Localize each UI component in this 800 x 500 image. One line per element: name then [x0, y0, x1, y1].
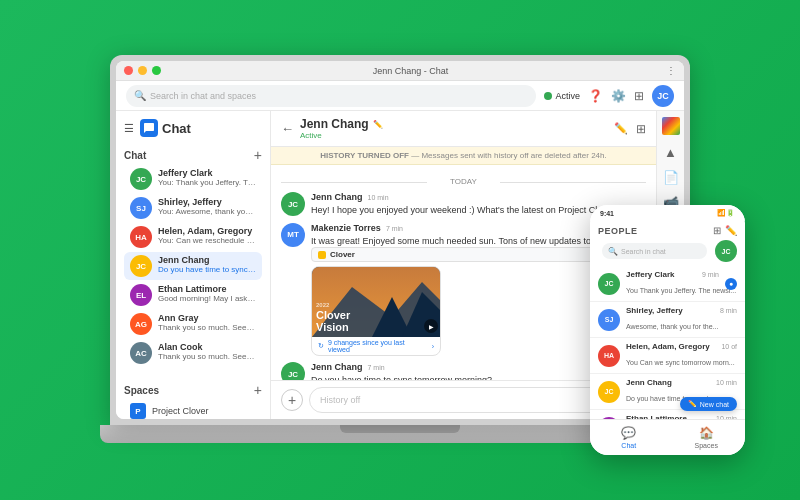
drive-icon[interactable]: ▲: [664, 145, 677, 160]
chat-section-title: Chat: [124, 150, 146, 161]
list-item[interactable]: SJ Shirley, Jeffery You: Awesome, thank …: [124, 194, 262, 222]
phone-list-item[interactable]: EL Ethan Lattimore 10 min Good morning! …: [590, 410, 745, 419]
clover-changes-link[interactable]: ↻ 9 changes since you last viewed ›: [312, 337, 440, 355]
search-bar[interactable]: 🔍 Search in chat and spaces: [126, 85, 536, 107]
user-avatar[interactable]: JC: [652, 85, 674, 107]
search-input-placeholder: Search in chat and spaces: [150, 91, 256, 101]
add-chat-button[interactable]: +: [254, 147, 262, 163]
maximize-button[interactable]: [152, 66, 161, 75]
apps-icon[interactable]: ⊞: [634, 89, 644, 103]
scene: Jenn Chang - Chat ⋮ 🔍 Search in chat and…: [40, 25, 760, 475]
item-content: Shirley, Jeffery 8 min Awesome, thank yo…: [626, 306, 737, 333]
spaces-section-title: Spaces: [124, 385, 159, 396]
laptop-notch: [340, 425, 460, 433]
chat-logo-text: Chat: [162, 121, 191, 136]
phone-list-item[interactable]: SJ Shirley, Jeffery 8 min Awesome, thank…: [590, 302, 745, 338]
traffic-lights: [124, 66, 161, 75]
window-title: Jenn Chang - Chat: [166, 66, 655, 76]
unread-badge: ●: [725, 278, 737, 290]
phone-status-bar: 9:41 📶🔋: [590, 205, 745, 221]
history-banner: HISTORY TURNED OFF — Messages sent with …: [271, 147, 656, 165]
active-dot: [544, 92, 552, 100]
avatar: HA: [130, 226, 152, 248]
phone-header-icons: ⊞ ✏️: [713, 225, 737, 236]
hamburger-icon[interactable]: ☰: [124, 122, 134, 135]
phone-search-bar[interactable]: 🔍 Search in chat: [602, 243, 707, 259]
phone-people-header: PEOPLE ⊞ ✏️: [590, 221, 745, 238]
pencil-icon: ✏️: [688, 400, 697, 408]
chat-status: Active: [300, 131, 608, 140]
avatar: JC: [130, 255, 152, 277]
chat-header: ← Jenn Chang ✏️ Active ✏️ ⊞: [271, 111, 656, 147]
search-icon: 🔍: [134, 90, 146, 101]
message: JC Jenn Chang 10 min Hey! I hope you enj…: [281, 192, 646, 217]
date-divider: TODAY: [281, 177, 646, 186]
media-card[interactable]: 2022 CloverVision ▶ ↻ 9 changes since yo…: [311, 266, 441, 356]
phone-nav-spaces[interactable]: 🏠 Spaces: [668, 426, 746, 449]
avatar: EL: [130, 284, 152, 306]
sidebar-header: ☰ Chat: [116, 111, 270, 143]
avatar: JC: [598, 381, 620, 403]
list-item[interactable]: AG Ann Gray Thank you so much. See you t…: [124, 310, 262, 338]
message-avatar: JC: [281, 362, 305, 380]
avatar: SJ: [598, 309, 620, 331]
sidebar: ☰ Chat Chat +: [116, 111, 271, 419]
item-content: Jeffery Clark 9 min You Thank you Jeffer…: [626, 270, 719, 297]
window-menu[interactable]: ⋮: [660, 65, 676, 76]
phone-list-item[interactable]: HA Helen, Adam, Gregory 10 of You Can we…: [590, 338, 745, 374]
list-item[interactable]: EL Ethan Lattimore Good morning! May I a…: [124, 281, 262, 309]
chat-contact-name: Jenn Chang ✏️: [300, 117, 608, 131]
list-item[interactable]: AC Alan Cook Thank you so much. See you …: [124, 339, 262, 367]
minimize-button[interactable]: [138, 66, 147, 75]
space-item[interactable]: P Project Clover: [124, 400, 262, 419]
phone-overlay: 9:41 📶🔋 PEOPLE ⊞ ✏️ 🔍 Search in chat JC …: [590, 205, 745, 455]
chat-logo: Chat: [140, 119, 191, 137]
chat-logo-icon: [140, 119, 158, 137]
avatar: AC: [130, 342, 152, 364]
chat-nav-icon: 💬: [621, 426, 636, 440]
message-avatar: MT: [281, 223, 305, 247]
docs-icon[interactable]: 📄: [663, 170, 679, 185]
avatar: SJ: [130, 197, 152, 219]
title-bar: Jenn Chang - Chat ⋮: [116, 61, 684, 81]
space-icon: P: [130, 403, 146, 419]
settings-icon[interactable]: ⚙️: [611, 89, 626, 103]
message-header: Jenn Chang 10 min: [311, 192, 646, 202]
question-icon[interactable]: ❓: [588, 89, 603, 103]
avatar: AG: [130, 313, 152, 335]
edit-icon[interactable]: ✏️: [614, 122, 628, 136]
list-item[interactable]: JC Jeffery Clark You: Thank you Jeffery.…: [124, 165, 262, 193]
add-space-button[interactable]: +: [254, 382, 262, 398]
list-item[interactable]: HA Helen, Adam, Gregory You: Can we resc…: [124, 223, 262, 251]
media-thumbnail: 2022 CloverVision ▶: [312, 267, 441, 337]
phone-bottom-nav: 💬 Chat 🏠 Spaces: [590, 419, 745, 455]
top-bar-actions: Active ❓ ⚙️ ⊞ JC: [544, 85, 674, 107]
chat-header-actions: ✏️ ⊞: [614, 122, 646, 136]
message-avatar: JC: [281, 192, 305, 216]
spaces-section: Spaces + P Project Clover T Team leads: [116, 378, 270, 419]
list-item-active[interactable]: JC Jenn Chang Do you have time to sync t…: [124, 252, 262, 280]
media-title: 2022 CloverVision: [316, 302, 350, 333]
google-apps-icon[interactable]: [662, 117, 680, 135]
new-chat-button[interactable]: ✏️ New chat: [680, 397, 737, 411]
active-badge: Active: [544, 91, 580, 101]
phone-user-avatar[interactable]: JC: [715, 240, 737, 262]
phone-edit-icon[interactable]: ✏️: [725, 225, 737, 236]
add-attachment-button[interactable]: +: [281, 389, 303, 411]
phone-search-icon: 🔍: [608, 247, 618, 256]
phone-nav-chat[interactable]: 💬 Chat: [590, 426, 668, 449]
avatar: HA: [598, 345, 620, 367]
phone-status-icons: 📶🔋: [717, 209, 735, 217]
close-button[interactable]: [124, 66, 133, 75]
chat-header-info: Jenn Chang ✏️ Active: [300, 117, 608, 140]
phone-list-item[interactable]: JC Jeffery Clark 9 min You Thank you Jef…: [590, 266, 745, 302]
chat-section: Chat + JC Jeffery Clark You: Thank you J…: [116, 143, 270, 370]
clover-icon: [318, 251, 326, 259]
avatar: JC: [598, 273, 620, 295]
avatar: JC: [130, 168, 152, 190]
back-button[interactable]: ←: [281, 121, 294, 136]
phone-app-header: 🔍 Search in chat JC: [590, 238, 745, 266]
phone-grid-icon[interactable]: ⊞: [713, 225, 721, 236]
apps-grid-icon[interactable]: ⊞: [636, 122, 646, 136]
app-top-bar: 🔍 Search in chat and spaces Active ❓ ⚙️ …: [116, 81, 684, 111]
